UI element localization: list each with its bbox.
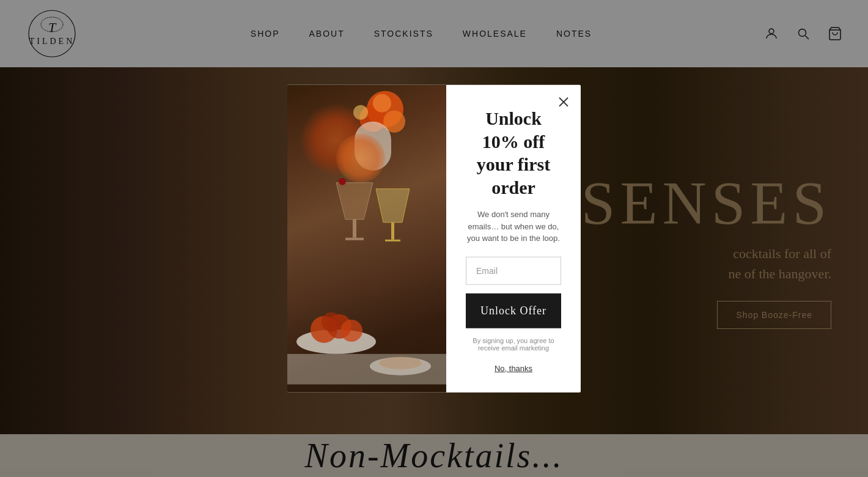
- modal-content: Unlock 10% off your first order We don't…: [446, 85, 581, 393]
- svg-point-11: [373, 94, 391, 113]
- svg-point-17: [339, 178, 346, 185]
- svg-point-25: [322, 312, 341, 332]
- svg-rect-16: [345, 238, 364, 240]
- svg-point-12: [353, 105, 368, 120]
- svg-marker-18: [376, 189, 410, 223]
- svg-marker-14: [336, 183, 373, 220]
- modal-subtext: We don't send many emails… but when we d…: [466, 209, 561, 245]
- modal-legal-text: By signing up, you agree to receive emai…: [466, 336, 561, 351]
- unlock-offer-button[interactable]: Unlock Offer: [466, 293, 561, 328]
- email-input[interactable]: [466, 256, 561, 284]
- popup-modal: Unlock 10% off your first order We don't…: [287, 85, 581, 393]
- modal-image: [287, 85, 446, 393]
- svg-rect-15: [353, 220, 356, 238]
- svg-point-28: [379, 357, 422, 369]
- svg-rect-19: [391, 223, 394, 240]
- modal-headline: Unlock 10% off your first order: [466, 107, 561, 199]
- no-thanks-button[interactable]: No, thanks: [495, 363, 532, 372]
- modal-close-button[interactable]: [555, 94, 572, 111]
- svg-rect-13: [355, 122, 391, 171]
- svg-rect-20: [385, 240, 400, 242]
- svg-point-24: [340, 320, 362, 342]
